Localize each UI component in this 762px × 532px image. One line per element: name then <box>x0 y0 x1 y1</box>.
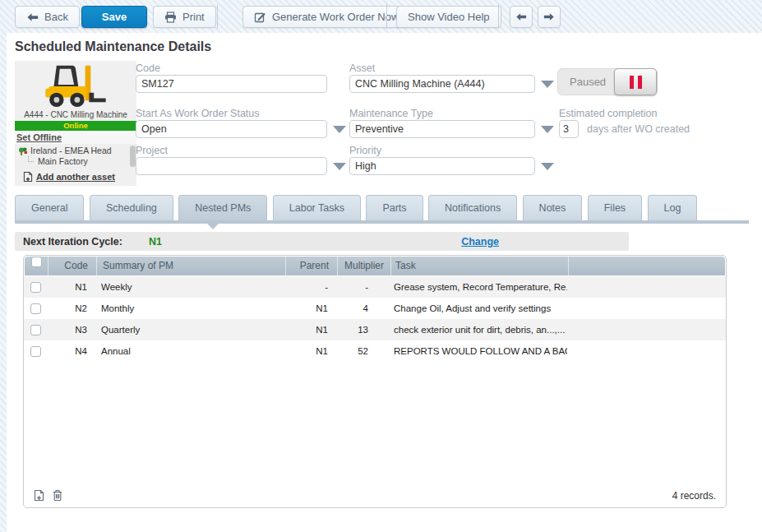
asset-caption: A444 - CNC Milling Machine <box>15 110 136 121</box>
cell-summary: Annual <box>95 346 284 356</box>
cell-summary: Monthly <box>95 303 284 313</box>
maintenance-type-input[interactable] <box>349 120 535 138</box>
add-another-asset-label: Add another asset <box>36 172 115 182</box>
generate-work-order-button[interactable]: Generate Work Order Now <box>242 6 410 28</box>
active-tab-pointer-icon <box>207 224 219 229</box>
asset-dropdown-arrow-icon[interactable] <box>541 81 554 88</box>
column-header-multiplier[interactable]: Multiplier <box>337 257 390 275</box>
tab-bar-underline <box>15 220 749 224</box>
column-header-parent[interactable]: Parent <box>285 257 337 275</box>
forklift-icon <box>39 62 113 109</box>
cell-multiplier: 13 <box>336 325 390 335</box>
estimated-days-input[interactable] <box>559 120 579 138</box>
wo-status-input[interactable] <box>136 120 327 138</box>
back-button[interactable]: Back <box>15 6 80 28</box>
tree-branch-line <box>28 156 34 162</box>
arrow-right-icon <box>543 12 555 21</box>
pause-toggle-button[interactable] <box>614 68 657 95</box>
record-count: 4 records. <box>672 490 716 502</box>
tab-label: Scheduling <box>106 202 157 214</box>
set-offline-link[interactable]: Set Offline <box>15 131 136 144</box>
save-button[interactable]: Save <box>81 6 147 28</box>
tab-label: Nested PMs <box>195 202 251 214</box>
asset-input[interactable] <box>349 75 535 93</box>
tab-label: Log <box>664 202 681 214</box>
table-row[interactable]: N1 Weekly - - Grease system, Record Temp… <box>24 276 726 298</box>
top-toolbar: Back Save Print Generate Work Order Now … <box>0 0 762 33</box>
print-label: Print <box>182 11 205 23</box>
sublocation-item[interactable]: Main Factory <box>18 156 128 167</box>
select-all-checkbox[interactable] <box>31 257 42 267</box>
project-input[interactable] <box>136 157 327 175</box>
nav-next-button[interactable] <box>538 6 561 28</box>
row-checkbox[interactable] <box>30 303 41 314</box>
cell-code: N4 <box>47 346 95 356</box>
column-header-code[interactable]: Code <box>48 257 96 275</box>
add-another-asset-link[interactable]: Add another asset <box>15 169 136 186</box>
priority-input[interactable] <box>349 157 535 175</box>
asset-image <box>15 61 136 110</box>
row-checkbox[interactable] <box>30 346 41 357</box>
tab-files[interactable]: Files <box>588 195 642 220</box>
show-video-help-label: Show Video Help <box>408 11 490 23</box>
tab-label: Files <box>604 202 626 214</box>
content-panel: Scheduled Maintenance Details <box>7 33 762 532</box>
edit-document-icon <box>254 11 266 23</box>
maintenance-type-label: Maintenance Type <box>349 108 433 119</box>
location-item[interactable]: Ireland - EMEA Head <box>18 146 128 156</box>
maintenance-type-dropdown-arrow-icon[interactable] <box>541 126 554 133</box>
change-iteration-link[interactable]: Change <box>461 236 499 247</box>
table-row[interactable]: N3 Quarterly N1 13 check exterior unit f… <box>24 319 726 340</box>
code-input[interactable] <box>136 75 327 93</box>
tab-log[interactable]: Log <box>648 195 698 220</box>
tab-scheduling[interactable]: Scheduling <box>90 195 173 220</box>
tab-label: General <box>31 202 67 214</box>
cell-code: N2 <box>47 303 95 313</box>
project-dropdown-arrow-icon[interactable] <box>333 163 346 170</box>
show-video-help-button[interactable]: Show Video Help <box>396 6 501 28</box>
code-label: Code <box>136 62 160 74</box>
cell-multiplier: 4 <box>336 303 390 313</box>
column-header-summary[interactable]: Summary of PM <box>96 257 285 275</box>
priority-dropdown-arrow-icon[interactable] <box>541 163 554 170</box>
estimated-completion-label: Estimated completion <box>559 108 658 119</box>
wo-status-dropdown-arrow-icon[interactable] <box>333 126 346 133</box>
cell-parent: - <box>284 282 336 292</box>
cell-parent: N1 <box>284 325 336 335</box>
row-checkbox[interactable] <box>30 282 41 293</box>
asset-label: Asset <box>349 62 375 74</box>
next-iteration-label: Next Iteration Cycle: <box>23 236 122 247</box>
site-icon <box>18 146 28 156</box>
paused-label: Paused <box>570 76 606 88</box>
generate-work-order-label: Generate Work Order Now <box>272 11 399 23</box>
paused-control: Paused <box>557 68 658 95</box>
location-label: Ireland - EMEA Head <box>30 146 112 156</box>
tab-general[interactable]: General <box>15 195 84 220</box>
tab-nested-pms[interactable]: Nested PMs <box>178 195 267 220</box>
tab-parts[interactable]: Parts <box>366 195 423 220</box>
print-button[interactable]: Print <box>153 6 216 28</box>
table-row[interactable]: N2 Monthly N1 4 Change Oil, Adjust and v… <box>24 298 726 319</box>
page-title: Scheduled Maintenance Details <box>15 39 211 54</box>
table-row[interactable]: N4 Annual N1 52 REPORTS WOULD FOLLOW AND… <box>24 340 726 362</box>
tab-notifications[interactable]: Notifications <box>428 195 517 220</box>
add-record-icon[interactable] <box>34 489 44 502</box>
cell-summary: Weekly <box>95 282 284 292</box>
delete-record-icon[interactable] <box>53 489 62 502</box>
printer-icon <box>164 12 177 23</box>
status-badge: Online <box>15 121 136 131</box>
sublocation-label: Main Factory <box>38 156 88 167</box>
tab-notes[interactable]: Notes <box>523 195 583 220</box>
next-iteration-value: N1 <box>149 236 162 247</box>
cell-multiplier: - <box>336 282 390 292</box>
pause-icon <box>638 76 642 89</box>
pause-icon <box>630 76 634 89</box>
column-header-task[interactable]: Task <box>390 257 568 275</box>
nav-previous-button[interactable] <box>510 6 533 28</box>
row-checkbox[interactable] <box>30 325 41 335</box>
tree-scrollbar[interactable] <box>130 146 136 167</box>
asset-card: A444 - CNC Milling Machine Online Set Of… <box>15 61 136 186</box>
toolbar-separator <box>386 4 387 29</box>
cell-code: N3 <box>47 325 95 335</box>
tab-labor-tasks[interactable]: Labor Tasks <box>273 195 361 220</box>
